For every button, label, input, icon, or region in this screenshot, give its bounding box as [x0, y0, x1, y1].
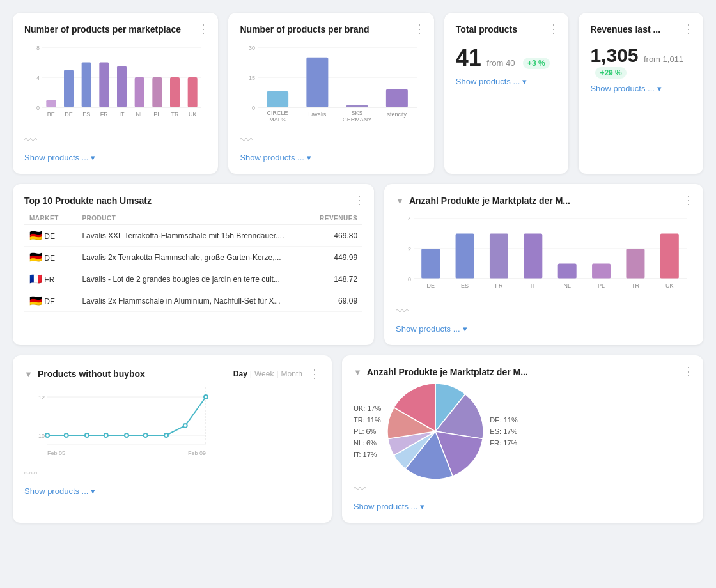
- time-week[interactable]: Week: [254, 369, 274, 378]
- market-cell: 🇫🇷 FR: [24, 268, 77, 290]
- brand-show-products[interactable]: Show products ... ▾: [240, 153, 422, 162]
- revenue-cell: 69.09: [299, 290, 362, 312]
- pie-label-fr: FR: 17%: [490, 439, 517, 447]
- svg-text:ES: ES: [461, 282, 469, 289]
- svg-text:0: 0: [36, 105, 40, 111]
- svg-text:TR: TR: [632, 282, 639, 289]
- revenue-cell: 449.99: [299, 247, 362, 268]
- total-badge: +3 %: [523, 58, 550, 69]
- svg-point-80: [183, 424, 187, 428]
- svg-point-79: [164, 433, 168, 437]
- svg-text:UK: UK: [189, 111, 197, 118]
- revenues-badge-wrap: +29 %: [590, 66, 692, 79]
- pie-show-products[interactable]: Show products ... ▾: [354, 502, 692, 511]
- card-anzahl1: ▼ Anzahl Produkte je Marktplatz der M...…: [384, 184, 703, 345]
- svg-text:12: 12: [38, 394, 45, 401]
- revenue-cell: 148.72: [299, 268, 362, 290]
- svg-text:2: 2: [408, 246, 411, 252]
- dashboard: Number of products per marketplace ⋮ 048…: [13, 13, 703, 523]
- card-top10: Top 10 Produkte nach Umsatz ⋮ MARKET PRO…: [13, 184, 374, 345]
- buybox-title: Products without buybox: [38, 369, 145, 379]
- svg-text:PL: PL: [598, 282, 605, 289]
- market-cell: 🇩🇪 DE: [24, 290, 77, 312]
- revenues-menu[interactable]: ⋮: [683, 22, 694, 36]
- svg-point-74: [65, 433, 68, 437]
- svg-text:UK: UK: [665, 282, 674, 289]
- svg-point-75: [85, 433, 89, 437]
- pie-header: ▼ Anzahl Produkte je Marktplatz der M...…: [354, 367, 692, 377]
- table-row: 🇩🇪 DE Lavalis 2x Terrakotta Flammschale,…: [24, 247, 362, 268]
- product-cell: Lavalis XXL Terrakotta-Flammschale mit 1…: [77, 225, 299, 247]
- svg-text:FR: FR: [495, 282, 503, 289]
- svg-rect-22: [188, 77, 198, 107]
- pie-label-nl: NL: 6%: [354, 439, 381, 447]
- anzahl1-wave: 〰: [396, 304, 692, 319]
- svg-rect-62: [660, 234, 679, 279]
- anzahl1-title: Anzahl Produkte je Marktplatz der M...: [409, 196, 570, 206]
- svg-rect-56: [558, 264, 577, 279]
- svg-text:Lavalis: Lavalis: [309, 111, 327, 118]
- revenues-title: Revenues last ...: [590, 24, 692, 35]
- time-day[interactable]: Day: [233, 369, 247, 378]
- card-marketplace: Number of products per marketplace ⋮ 048…: [13, 13, 218, 174]
- svg-text:4: 4: [408, 216, 411, 222]
- pie-menu[interactable]: ⋮: [683, 364, 694, 378]
- product-cell: Lavalis 2x Terrakotta Flammschale, große…: [77, 247, 299, 268]
- svg-text:IT: IT: [120, 111, 125, 118]
- buybox-chart: 1012Feb 05Feb 09: [24, 381, 320, 464]
- brand-menu[interactable]: ⋮: [414, 22, 425, 36]
- svg-rect-54: [524, 234, 542, 279]
- marketplace-show-products[interactable]: Show products ... ▾: [24, 153, 206, 162]
- svg-rect-6: [46, 100, 56, 107]
- svg-text:NL: NL: [563, 282, 571, 289]
- svg-rect-60: [626, 249, 645, 279]
- anzahl1-bar-chart: 024DEESFRITNLPLTRUK: [396, 212, 692, 302]
- svg-rect-20: [170, 77, 180, 107]
- pie-wave: 〰: [354, 482, 692, 497]
- total-menu[interactable]: ⋮: [548, 22, 559, 36]
- pie-label-it: IT: 17%: [354, 451, 381, 458]
- buybox-menu[interactable]: ⋮: [309, 367, 320, 381]
- time-month[interactable]: Month: [281, 369, 302, 378]
- pie-label-tr: TR: 11%: [354, 416, 381, 424]
- market-cell: 🇩🇪 DE: [24, 247, 77, 268]
- product-cell: Lavalis 2x Flammschale in Aluminium, Nac…: [77, 290, 299, 312]
- anzahl1-show-products[interactable]: Show products ... ▾: [396, 324, 692, 334]
- pie-chart: [387, 383, 483, 479]
- total-from: from 40: [486, 58, 515, 68]
- buybox-header: ▼ Products without buybox Day | Week | M…: [24, 367, 320, 381]
- col-market: MARKET: [24, 212, 77, 225]
- svg-text:Feb 05: Feb 05: [47, 450, 65, 456]
- brand-bar-chart: 01530CIRCLEMAPSLavalisSKSGERMANYstencity: [240, 41, 422, 130]
- total-value: 41: [456, 45, 481, 72]
- total-show-products[interactable]: Show products ... ▾: [456, 77, 557, 86]
- product-cell: Lavalis - Lot de 2 grandes bougies de ja…: [77, 268, 299, 290]
- brand-wave: 〰: [240, 133, 422, 148]
- marketplace-menu[interactable]: ⋮: [198, 22, 209, 36]
- svg-point-76: [104, 433, 108, 437]
- revenues-from: from 1,011: [644, 54, 683, 64]
- svg-text:4: 4: [36, 75, 40, 81]
- pie-labels-right: DE: 11% ES: 17% FR: 17%: [490, 416, 517, 447]
- brand-title: Number of products per brand: [240, 24, 422, 35]
- revenues-show-products[interactable]: Show products ... ▾: [590, 84, 692, 93]
- svg-rect-48: [421, 249, 440, 279]
- pie-labels-left: UK: 17% TR: 11% PL: 6% NL: 6% IT: 17%: [354, 405, 381, 458]
- svg-rect-50: [456, 234, 474, 279]
- marketplace-chart: 048BEDEESFRITNLPLTRUK: [24, 41, 206, 130]
- col-revenues: REVENUES: [299, 212, 362, 225]
- svg-text:30: 30: [249, 45, 255, 51]
- table-row: 🇫🇷 FR Lavalis - Lot de 2 grandes bougies…: [24, 268, 362, 290]
- top10-menu[interactable]: ⋮: [354, 193, 365, 207]
- svg-rect-18: [152, 77, 162, 107]
- buybox-show-products[interactable]: Show products ... ▾: [24, 486, 320, 496]
- svg-text:ES: ES: [82, 111, 90, 118]
- pie-filter-icon: ▼: [354, 368, 362, 377]
- anzahl1-chart: 024DEESFRITNLPLTRUK: [396, 212, 692, 302]
- anzahl1-menu[interactable]: ⋮: [683, 193, 694, 207]
- marketplace-title: Number of products per marketplace: [24, 24, 206, 35]
- svg-text:CIRCLE: CIRCLE: [267, 110, 288, 116]
- svg-text:FR: FR: [100, 111, 108, 118]
- buybox-title-wrap: ▼ Products without buybox: [24, 369, 145, 379]
- table-row: 🇩🇪 DE Lavalis XXL Terrakotta-Flammschale…: [24, 225, 362, 247]
